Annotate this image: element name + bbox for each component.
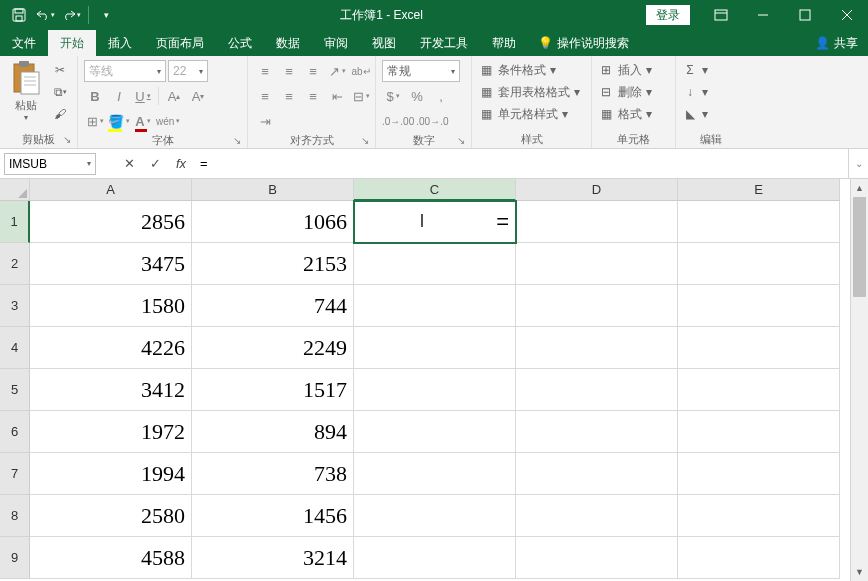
number-launcher-icon[interactable]: ↘ [457,135,465,146]
cell-c4[interactable] [354,327,516,369]
column-header-d[interactable]: D [516,179,678,201]
cell-a9[interactable]: 4588 [30,537,192,579]
cell-c2[interactable] [354,243,516,285]
align-bottom-icon[interactable]: ≡ [302,60,324,82]
cell-a7[interactable]: 1994 [30,453,192,495]
tab-home[interactable]: 开始 [48,30,96,56]
cell-c8[interactable] [354,495,516,537]
copy-icon[interactable]: ⧉▾ [49,82,71,102]
format-as-table-button[interactable]: ▦套用表格格式▾ [478,82,580,102]
tell-me[interactable]: 💡 操作说明搜索 [528,35,639,52]
wrap-text-icon[interactable]: ab↵ [350,60,372,82]
fill-button[interactable]: ↓▾ [682,82,708,102]
enter-formula-icon[interactable]: ✓ [142,153,168,175]
cell-b5[interactable]: 1517 [192,369,354,411]
cell-d3[interactable] [516,285,678,327]
cell-e5[interactable] [678,369,840,411]
cancel-formula-icon[interactable]: ✕ [116,153,142,175]
maximize-icon[interactable] [784,0,826,30]
font-color-button[interactable]: A▾ [132,110,154,132]
row-header-6[interactable]: 6 [0,411,30,453]
delete-cells-button[interactable]: ⊟删除▾ [598,82,652,102]
tab-insert[interactable]: 插入 [96,30,144,56]
cell-a1[interactable]: 2856 [30,201,192,243]
decrease-indent-icon[interactable]: ⇤ [326,85,348,107]
row-header-3[interactable]: 3 [0,285,30,327]
cell-d9[interactable] [516,537,678,579]
cell-e4[interactable] [678,327,840,369]
clipboard-launcher-icon[interactable]: ↘ [63,134,71,145]
column-header-c[interactable]: C [354,179,516,201]
border-button[interactable]: ⊞▾ [84,110,106,132]
tab-review[interactable]: 审阅 [312,30,360,56]
name-box[interactable]: IMSUB▾ [4,153,96,175]
share-button[interactable]: 👤 共享 [805,35,868,52]
comma-format-icon[interactable]: , [430,85,452,107]
scroll-down-icon[interactable]: ▼ [851,563,868,581]
cell-d7[interactable] [516,453,678,495]
cell-e7[interactable] [678,453,840,495]
row-header-9[interactable]: 9 [0,537,30,579]
phonetic-button[interactable]: wén▾ [156,110,180,132]
italic-button[interactable]: I [108,85,130,107]
select-all-corner[interactable] [0,179,30,201]
font-name-select[interactable]: 等线▾ [84,60,166,82]
align-middle-icon[interactable]: ≡ [278,60,300,82]
cell-c5[interactable] [354,369,516,411]
row-header-5[interactable]: 5 [0,369,30,411]
tab-file[interactable]: 文件 [0,30,48,56]
cell-a5[interactable]: 3412 [30,369,192,411]
insert-cells-button[interactable]: ⊞插入▾ [598,60,652,80]
cell-e1[interactable] [678,201,840,243]
cell-a8[interactable]: 2580 [30,495,192,537]
cell-d8[interactable] [516,495,678,537]
align-top-icon[interactable]: ≡ [254,60,276,82]
cell-b9[interactable]: 3214 [192,537,354,579]
cell-d1[interactable] [516,201,678,243]
scroll-track[interactable] [851,197,868,563]
cell-b4[interactable]: 2249 [192,327,354,369]
worksheet-grid[interactable]: A B C D E 1 2856 1066 I= 2 3475 2153 3 1… [0,179,868,581]
cell-d2[interactable] [516,243,678,285]
paste-button[interactable]: 粘贴 ▾ [6,60,45,122]
cell-b6[interactable]: 894 [192,411,354,453]
font-size-select[interactable]: 22▾ [168,60,208,82]
cell-c7[interactable] [354,453,516,495]
font-launcher-icon[interactable]: ↘ [233,135,241,146]
cell-c3[interactable] [354,285,516,327]
qat-customize-icon[interactable]: ▾ [95,4,117,26]
row-header-8[interactable]: 8 [0,495,30,537]
orientation-icon[interactable]: ↗▾ [326,60,348,82]
ribbon-options-icon[interactable] [700,0,742,30]
decrease-font-icon[interactable]: A▾ [187,85,209,107]
login-button[interactable]: 登录 [646,5,690,25]
column-header-b[interactable]: B [192,179,354,201]
cell-c1[interactable]: I= [354,201,516,243]
alignment-launcher-icon[interactable]: ↘ [361,135,369,146]
cell-d5[interactable] [516,369,678,411]
increase-font-icon[interactable]: A▴ [163,85,185,107]
scroll-thumb[interactable] [853,197,866,297]
conditional-formatting-button[interactable]: ▦条件格式▾ [478,60,580,80]
fill-color-button[interactable]: 🪣▾ [108,110,130,132]
format-cells-button[interactable]: ▦格式▾ [598,104,652,124]
close-icon[interactable] [826,0,868,30]
insert-function-icon[interactable]: fx [168,153,194,175]
increase-indent-icon[interactable]: ⇥ [254,110,276,132]
align-left-icon[interactable]: ≡ [254,85,276,107]
underline-button[interactable]: U▾ [132,85,154,107]
row-header-7[interactable]: 7 [0,453,30,495]
cell-a4[interactable]: 4226 [30,327,192,369]
format-painter-icon[interactable]: 🖌 [49,104,71,124]
cell-e2[interactable] [678,243,840,285]
decrease-decimal-icon[interactable]: .00→.0 [416,110,448,132]
clear-button[interactable]: ◣▾ [682,104,708,124]
align-center-icon[interactable]: ≡ [278,85,300,107]
expand-formula-bar-icon[interactable]: ⌄ [848,149,868,178]
cell-e9[interactable] [678,537,840,579]
vertical-scrollbar[interactable]: ▲ ▼ [850,179,868,581]
increase-decimal-icon[interactable]: .0→.00 [382,110,414,132]
bold-button[interactable]: B [84,85,106,107]
column-header-e[interactable]: E [678,179,840,201]
cut-icon[interactable]: ✂ [49,60,71,80]
